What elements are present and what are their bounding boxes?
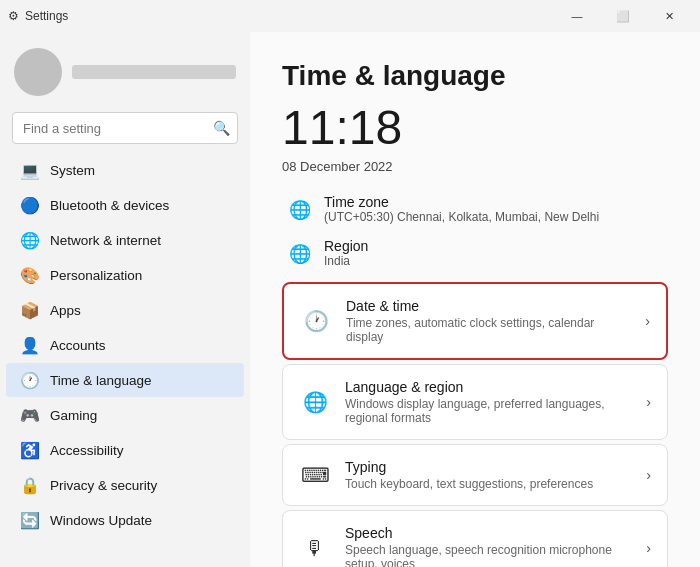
content-area: Time & language 11:18 08 December 2022 🌐… <box>250 32 700 567</box>
sidebar-label-bluetooth: Bluetooth & devices <box>50 198 169 213</box>
setting-label-speech: Speech <box>345 525 632 541</box>
language-region-icon: 🌐 <box>299 386 331 418</box>
info-list: 🌐 Time zone (UTC+05:30) Chennai, Kolkata… <box>282 194 668 268</box>
chevron-language-region-icon: › <box>646 394 651 410</box>
sidebar-item-bluetooth[interactable]: 🔵 Bluetooth & devices <box>6 188 244 222</box>
titlebar-left: ⚙ Settings <box>8 9 68 23</box>
bluetooth-icon: 🔵 <box>20 195 40 215</box>
speech-icon: 🎙 <box>299 532 331 564</box>
sidebar-item-gaming[interactable]: 🎮 Gaming <box>6 398 244 432</box>
sidebar-label-time-language: Time & language <box>50 373 152 388</box>
date-time-icon: 🕐 <box>300 305 332 337</box>
user-name-bar <box>72 65 236 79</box>
sidebar-label-privacy: Privacy & security <box>50 478 157 493</box>
setting-label-language-region: Language & region <box>345 379 632 395</box>
sidebar-label-apps: Apps <box>50 303 81 318</box>
info-label-region: Region <box>324 238 368 254</box>
accounts-icon: 👤 <box>20 335 40 355</box>
settings-list: 🕐 Date & time Time zones, automatic cloc… <box>282 282 668 567</box>
setting-desc-typing: Touch keyboard, text suggestions, prefer… <box>345 477 632 491</box>
info-row-timezone: 🌐 Time zone (UTC+05:30) Chennai, Kolkata… <box>282 194 668 224</box>
nav-list: 💻 System 🔵 Bluetooth & devices 🌐 Network… <box>0 152 250 538</box>
sidebar: 🔍 💻 System 🔵 Bluetooth & devices 🌐 Netwo… <box>0 32 250 567</box>
info-text-timezone: Time zone (UTC+05:30) Chennai, Kolkata, … <box>324 194 599 224</box>
setting-label-date-time: Date & time <box>346 298 631 314</box>
setting-text-language-region: Language & region Windows display langua… <box>345 379 632 425</box>
sidebar-item-time-language[interactable]: 🕐 Time & language <box>6 363 244 397</box>
setting-text-speech: Speech Speech language, speech recogniti… <box>345 525 632 567</box>
minimize-button[interactable]: — <box>554 0 600 32</box>
sidebar-item-apps[interactable]: 📦 Apps <box>6 293 244 327</box>
network-icon: 🌐 <box>20 230 40 250</box>
region-icon: 🌐 <box>286 240 314 268</box>
apps-icon: 📦 <box>20 300 40 320</box>
chevron-date-time-icon: › <box>645 313 650 329</box>
page-title: Time & language <box>282 60 668 92</box>
system-icon: 💻 <box>20 160 40 180</box>
search-box: 🔍 <box>12 112 238 144</box>
info-text-region: Region India <box>324 238 368 268</box>
time-display: 11:18 <box>282 100 668 155</box>
sidebar-label-gaming: Gaming <box>50 408 97 423</box>
sidebar-label-network: Network & internet <box>50 233 161 248</box>
setting-text-date-time: Date & time Time zones, automatic clock … <box>346 298 631 344</box>
gaming-icon: 🎮 <box>20 405 40 425</box>
setting-card-language-region[interactable]: 🌐 Language & region Windows display lang… <box>282 364 668 440</box>
sidebar-item-privacy[interactable]: 🔒 Privacy & security <box>6 468 244 502</box>
maximize-button[interactable]: ⬜ <box>600 0 646 32</box>
sidebar-label-personalization: Personalization <box>50 268 142 283</box>
titlebar-controls: — ⬜ ✕ <box>554 0 692 32</box>
sidebar-item-accessibility[interactable]: ♿ Accessibility <box>6 433 244 467</box>
setting-text-typing: Typing Touch keyboard, text suggestions,… <box>345 459 632 491</box>
setting-label-typing: Typing <box>345 459 632 475</box>
sidebar-item-update[interactable]: 🔄 Windows Update <box>6 503 244 537</box>
setting-desc-speech: Speech language, speech recognition micr… <box>345 543 632 567</box>
chevron-speech-icon: › <box>646 540 651 556</box>
settings-icon: ⚙ <box>8 9 19 23</box>
setting-card-typing[interactable]: ⌨ Typing Touch keyboard, text suggestion… <box>282 444 668 506</box>
sidebar-label-accessibility: Accessibility <box>50 443 124 458</box>
setting-desc-date-time: Time zones, automatic clock settings, ca… <box>346 316 631 344</box>
date-display: 08 December 2022 <box>282 159 668 174</box>
titlebar-title: Settings <box>25 9 68 23</box>
accessibility-icon: ♿ <box>20 440 40 460</box>
chevron-typing-icon: › <box>646 467 651 483</box>
info-row-region: 🌐 Region India <box>282 238 668 268</box>
sidebar-item-network[interactable]: 🌐 Network & internet <box>6 223 244 257</box>
time-language-icon: 🕐 <box>20 370 40 390</box>
update-icon: 🔄 <box>20 510 40 530</box>
info-label-timezone: Time zone <box>324 194 599 210</box>
setting-card-speech[interactable]: 🎙 Speech Speech language, speech recogni… <box>282 510 668 567</box>
titlebar: ⚙ Settings — ⬜ ✕ <box>0 0 700 32</box>
sidebar-label-update: Windows Update <box>50 513 152 528</box>
search-input[interactable] <box>12 112 238 144</box>
setting-desc-language-region: Windows display language, preferred lang… <box>345 397 632 425</box>
typing-icon: ⌨ <box>299 459 331 491</box>
setting-card-date-time[interactable]: 🕐 Date & time Time zones, automatic cloc… <box>282 282 668 360</box>
timezone-icon: 🌐 <box>286 196 314 224</box>
sidebar-item-system[interactable]: 💻 System <box>6 153 244 187</box>
info-sub-region: India <box>324 254 368 268</box>
avatar <box>14 48 62 96</box>
privacy-icon: 🔒 <box>20 475 40 495</box>
main-layout: 🔍 💻 System 🔵 Bluetooth & devices 🌐 Netwo… <box>0 32 700 567</box>
personalization-icon: 🎨 <box>20 265 40 285</box>
info-sub-timezone: (UTC+05:30) Chennai, Kolkata, Mumbai, Ne… <box>324 210 599 224</box>
search-icon: 🔍 <box>213 120 230 136</box>
close-button[interactable]: ✕ <box>646 0 692 32</box>
sidebar-label-system: System <box>50 163 95 178</box>
sidebar-label-accounts: Accounts <box>50 338 106 353</box>
sidebar-item-personalization[interactable]: 🎨 Personalization <box>6 258 244 292</box>
user-profile <box>0 32 250 108</box>
sidebar-item-accounts[interactable]: 👤 Accounts <box>6 328 244 362</box>
